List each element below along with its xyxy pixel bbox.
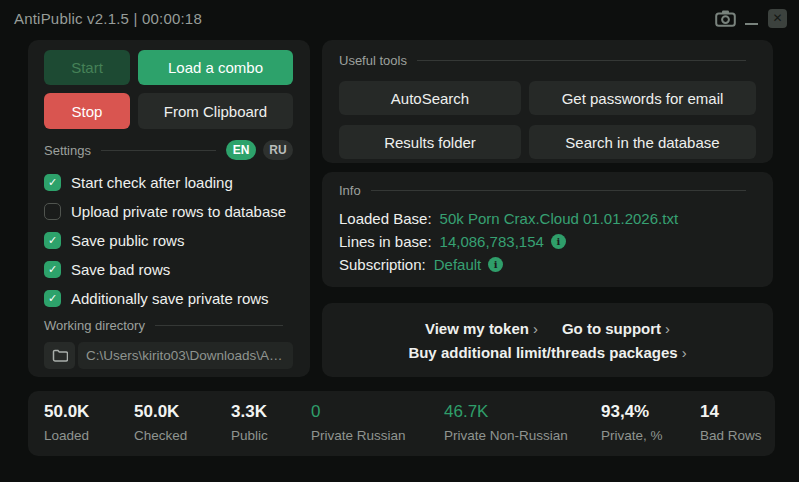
support-label: Go to support	[562, 320, 661, 337]
section-divider	[155, 325, 283, 326]
get-passwords-button[interactable]: Get passwords for email	[529, 81, 756, 115]
section-divider	[371, 190, 746, 191]
useful-tools-label: Useful tools	[339, 53, 407, 68]
stat-value: 50.0K	[44, 402, 134, 422]
links-panel: View my token› Go to support› Buy additi…	[322, 303, 773, 377]
info-header: Info	[339, 183, 756, 198]
checkbox-label: Additionally save private rows	[71, 290, 269, 307]
settings-checkbox-list: Start check after loading Upload private…	[44, 173, 293, 307]
info-icon[interactable]	[551, 234, 566, 249]
load-combo-button[interactable]: Load a combo	[138, 50, 293, 85]
checkbox-icon	[44, 232, 61, 249]
stat-value: 3.3K	[231, 402, 311, 422]
close-icon: ✕	[772, 11, 782, 25]
checkbox-label: Save public rows	[71, 232, 184, 249]
stat-checked: 50.0K Checked	[134, 402, 231, 456]
support-link[interactable]: Go to support›	[562, 320, 670, 337]
checkbox-icon	[44, 261, 61, 278]
loaded-base-row: Loaded Base: 50k Porn Crax.Cloud 01.01.2…	[339, 207, 756, 230]
stop-button[interactable]: Stop	[44, 93, 130, 129]
stat-private-russian: 0 Private Russian	[311, 402, 444, 456]
working-directory-input[interactable]	[78, 342, 293, 369]
section-divider	[101, 150, 216, 151]
chevron-right-icon: ›	[665, 320, 670, 337]
stat-label: Private Russian	[311, 428, 444, 443]
chevron-right-icon: ›	[682, 344, 687, 361]
subscription-value: Default	[434, 256, 482, 273]
folder-icon	[52, 349, 68, 362]
settings-label: Settings	[44, 143, 91, 158]
lines-in-base-row: Lines in base: 14,086,783,154	[339, 230, 756, 253]
results-folder-button[interactable]: Results folder	[339, 125, 521, 159]
lines-in-base-value: 14,086,783,154	[440, 233, 544, 250]
checkbox-start-check-after-loading[interactable]: Start check after loading	[44, 173, 293, 191]
checkbox-label: Save bad rows	[71, 261, 170, 278]
stat-loaded: 50.0K Loaded	[44, 402, 134, 456]
loaded-base-label: Loaded Base:	[339, 210, 432, 227]
screenshot-button[interactable]	[715, 10, 736, 27]
chevron-right-icon: ›	[533, 320, 538, 337]
checkbox-icon	[44, 174, 61, 191]
search-database-button[interactable]: Search in the database	[529, 125, 756, 159]
subscription-label: Subscription:	[339, 256, 426, 273]
checkbox-save-public-rows[interactable]: Save public rows	[44, 231, 293, 249]
stats-bar: 50.0K Loaded 50.0K Checked 3.3K Public 0…	[28, 391, 775, 456]
stat-label: Checked	[134, 428, 231, 443]
checkbox-icon	[44, 203, 61, 220]
browse-folder-button[interactable]	[44, 342, 75, 369]
subscription-row: Subscription: Default	[339, 253, 756, 276]
working-directory-header: Working directory	[44, 318, 293, 333]
stat-private-percent: 93,4% Private, %	[601, 402, 700, 456]
working-directory-label: Working directory	[44, 318, 145, 333]
lang-en-button[interactable]: EN	[226, 140, 256, 160]
stat-label: Loaded	[44, 428, 134, 443]
window-title: AntiPublic v2.1.5 | 00:00:18	[14, 10, 202, 27]
control-panel: Start Load a combo Stop From Clipboard S…	[28, 40, 310, 377]
stat-label: Public	[231, 428, 311, 443]
stat-value: 93,4%	[601, 402, 700, 422]
titlebar: AntiPublic v2.1.5 | 00:00:18 ✕	[0, 0, 799, 32]
useful-tools-panel: Useful tools AutoSearch Get passwords fo…	[322, 40, 773, 163]
checkbox-label: Start check after loading	[71, 174, 233, 191]
loaded-base-value: 50k Porn Crax.Cloud 01.01.2026.txt	[440, 210, 678, 227]
info-icon[interactable]	[488, 257, 503, 272]
settings-header: Settings EN RU	[44, 140, 293, 160]
from-clipboard-button[interactable]: From Clipboard	[138, 93, 293, 129]
checkbox-save-private-rows[interactable]: Additionally save private rows	[44, 289, 293, 307]
checkbox-label: Upload private rows to database	[71, 203, 286, 220]
minimize-button[interactable]	[745, 10, 759, 26]
section-divider	[417, 60, 746, 61]
language-toggle: EN RU	[226, 140, 293, 160]
stat-value: 46.7K	[444, 402, 601, 422]
checkbox-save-bad-rows[interactable]: Save bad rows	[44, 260, 293, 278]
useful-tools-header: Useful tools	[339, 53, 756, 68]
info-label: Info	[339, 183, 361, 198]
stat-private-non-russian: 46.7K Private Non-Russian	[444, 402, 601, 456]
window-controls: ✕	[715, 9, 787, 28]
checkbox-icon	[44, 290, 61, 307]
stat-value: 0	[311, 402, 444, 422]
stat-value: 14	[700, 402, 762, 422]
close-button[interactable]: ✕	[768, 9, 787, 28]
buy-packages-link[interactable]: Buy additional limit/threads packages›	[408, 344, 686, 361]
stat-bad-rows: 14 Bad Rows	[700, 402, 762, 456]
stat-label: Bad Rows	[700, 428, 762, 443]
buy-packages-label: Buy additional limit/threads packages	[408, 344, 677, 361]
info-panel: Info Loaded Base: 50k Porn Crax.Cloud 01…	[322, 172, 773, 287]
autosearch-button[interactable]: AutoSearch	[339, 81, 521, 115]
stat-label: Private, %	[601, 428, 700, 443]
view-token-label: View my token	[425, 320, 529, 337]
stat-value: 50.0K	[134, 402, 231, 422]
stat-label: Private Non-Russian	[444, 428, 601, 443]
checkbox-upload-private-rows[interactable]: Upload private rows to database	[44, 202, 293, 220]
stat-public: 3.3K Public	[231, 402, 311, 456]
app-window: AntiPublic v2.1.5 | 00:00:18 ✕ Start Loa…	[0, 0, 799, 482]
lang-ru-button[interactable]: RU	[263, 140, 293, 160]
start-button[interactable]: Start	[44, 50, 130, 85]
view-token-link[interactable]: View my token›	[425, 320, 538, 337]
camera-icon	[715, 10, 736, 27]
lines-in-base-label: Lines in base:	[339, 233, 432, 250]
